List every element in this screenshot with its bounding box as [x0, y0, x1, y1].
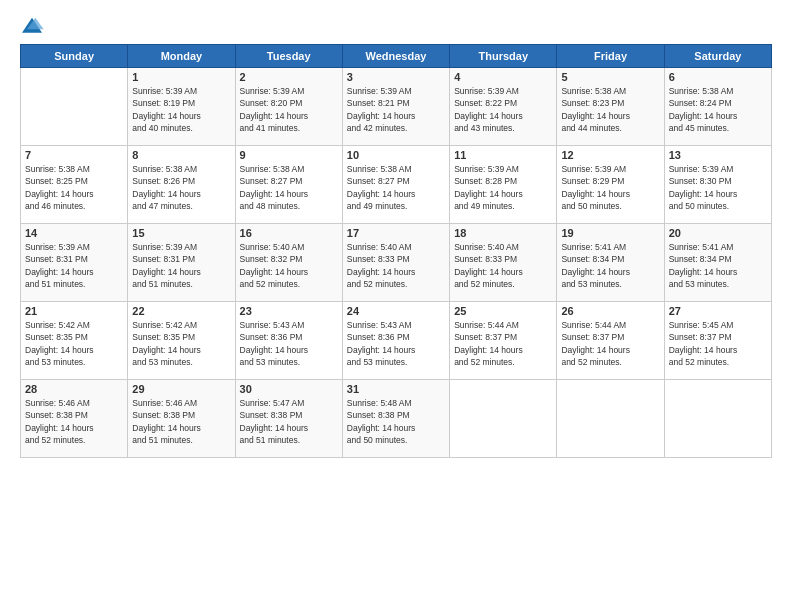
day-info: Sunrise: 5:38 AM Sunset: 8:25 PM Dayligh… — [25, 163, 123, 212]
calendar-cell: 25Sunrise: 5:44 AM Sunset: 8:37 PM Dayli… — [450, 302, 557, 380]
header-day: Saturday — [664, 45, 771, 68]
day-info: Sunrise: 5:39 AM Sunset: 8:22 PM Dayligh… — [454, 85, 552, 134]
calendar-cell — [557, 380, 664, 458]
calendar-cell: 9Sunrise: 5:38 AM Sunset: 8:27 PM Daylig… — [235, 146, 342, 224]
day-number: 8 — [132, 149, 230, 161]
logo — [20, 16, 48, 36]
header-day: Tuesday — [235, 45, 342, 68]
day-info: Sunrise: 5:41 AM Sunset: 8:34 PM Dayligh… — [561, 241, 659, 290]
day-info: Sunrise: 5:47 AM Sunset: 8:38 PM Dayligh… — [240, 397, 338, 446]
logo-icon — [20, 16, 44, 36]
calendar-cell: 20Sunrise: 5:41 AM Sunset: 8:34 PM Dayli… — [664, 224, 771, 302]
calendar-table: SundayMondayTuesdayWednesdayThursdayFrid… — [20, 44, 772, 458]
calendar-cell: 31Sunrise: 5:48 AM Sunset: 8:38 PM Dayli… — [342, 380, 449, 458]
day-number: 18 — [454, 227, 552, 239]
calendar-cell: 7Sunrise: 5:38 AM Sunset: 8:25 PM Daylig… — [21, 146, 128, 224]
calendar-cell: 2Sunrise: 5:39 AM Sunset: 8:20 PM Daylig… — [235, 68, 342, 146]
day-number: 22 — [132, 305, 230, 317]
day-number: 9 — [240, 149, 338, 161]
calendar-cell: 24Sunrise: 5:43 AM Sunset: 8:36 PM Dayli… — [342, 302, 449, 380]
day-info: Sunrise: 5:41 AM Sunset: 8:34 PM Dayligh… — [669, 241, 767, 290]
day-info: Sunrise: 5:44 AM Sunset: 8:37 PM Dayligh… — [454, 319, 552, 368]
day-number: 2 — [240, 71, 338, 83]
day-info: Sunrise: 5:39 AM Sunset: 8:19 PM Dayligh… — [132, 85, 230, 134]
calendar-cell: 21Sunrise: 5:42 AM Sunset: 8:35 PM Dayli… — [21, 302, 128, 380]
calendar-cell: 1Sunrise: 5:39 AM Sunset: 8:19 PM Daylig… — [128, 68, 235, 146]
day-number: 30 — [240, 383, 338, 395]
calendar-cell: 11Sunrise: 5:39 AM Sunset: 8:28 PM Dayli… — [450, 146, 557, 224]
day-number: 14 — [25, 227, 123, 239]
calendar-cell: 12Sunrise: 5:39 AM Sunset: 8:29 PM Dayli… — [557, 146, 664, 224]
calendar-cell: 22Sunrise: 5:42 AM Sunset: 8:35 PM Dayli… — [128, 302, 235, 380]
calendar-cell: 29Sunrise: 5:46 AM Sunset: 8:38 PM Dayli… — [128, 380, 235, 458]
day-info: Sunrise: 5:40 AM Sunset: 8:32 PM Dayligh… — [240, 241, 338, 290]
day-info: Sunrise: 5:39 AM Sunset: 8:31 PM Dayligh… — [132, 241, 230, 290]
day-info: Sunrise: 5:38 AM Sunset: 8:27 PM Dayligh… — [240, 163, 338, 212]
calendar-cell: 16Sunrise: 5:40 AM Sunset: 8:32 PM Dayli… — [235, 224, 342, 302]
calendar-week-row: 7Sunrise: 5:38 AM Sunset: 8:25 PM Daylig… — [21, 146, 772, 224]
day-number: 23 — [240, 305, 338, 317]
day-info: Sunrise: 5:46 AM Sunset: 8:38 PM Dayligh… — [25, 397, 123, 446]
calendar-cell: 28Sunrise: 5:46 AM Sunset: 8:38 PM Dayli… — [21, 380, 128, 458]
day-number: 16 — [240, 227, 338, 239]
day-info: Sunrise: 5:38 AM Sunset: 8:26 PM Dayligh… — [132, 163, 230, 212]
day-info: Sunrise: 5:43 AM Sunset: 8:36 PM Dayligh… — [347, 319, 445, 368]
calendar-cell: 30Sunrise: 5:47 AM Sunset: 8:38 PM Dayli… — [235, 380, 342, 458]
day-info: Sunrise: 5:38 AM Sunset: 8:23 PM Dayligh… — [561, 85, 659, 134]
day-number: 3 — [347, 71, 445, 83]
day-number: 24 — [347, 305, 445, 317]
day-number: 19 — [561, 227, 659, 239]
header-row: SundayMondayTuesdayWednesdayThursdayFrid… — [21, 45, 772, 68]
calendar-cell: 26Sunrise: 5:44 AM Sunset: 8:37 PM Dayli… — [557, 302, 664, 380]
calendar-week-row: 14Sunrise: 5:39 AM Sunset: 8:31 PM Dayli… — [21, 224, 772, 302]
day-info: Sunrise: 5:40 AM Sunset: 8:33 PM Dayligh… — [347, 241, 445, 290]
calendar-cell — [450, 380, 557, 458]
day-number: 12 — [561, 149, 659, 161]
day-info: Sunrise: 5:39 AM Sunset: 8:29 PM Dayligh… — [561, 163, 659, 212]
day-info: Sunrise: 5:39 AM Sunset: 8:28 PM Dayligh… — [454, 163, 552, 212]
calendar-cell: 27Sunrise: 5:45 AM Sunset: 8:37 PM Dayli… — [664, 302, 771, 380]
day-info: Sunrise: 5:46 AM Sunset: 8:38 PM Dayligh… — [132, 397, 230, 446]
header-day: Sunday — [21, 45, 128, 68]
day-number: 11 — [454, 149, 552, 161]
day-number: 4 — [454, 71, 552, 83]
day-number: 13 — [669, 149, 767, 161]
calendar-cell: 18Sunrise: 5:40 AM Sunset: 8:33 PM Dayli… — [450, 224, 557, 302]
day-info: Sunrise: 5:40 AM Sunset: 8:33 PM Dayligh… — [454, 241, 552, 290]
calendar-week-row: 21Sunrise: 5:42 AM Sunset: 8:35 PM Dayli… — [21, 302, 772, 380]
day-info: Sunrise: 5:38 AM Sunset: 8:24 PM Dayligh… — [669, 85, 767, 134]
day-number: 28 — [25, 383, 123, 395]
calendar-body: 1Sunrise: 5:39 AM Sunset: 8:19 PM Daylig… — [21, 68, 772, 458]
header-day: Thursday — [450, 45, 557, 68]
calendar-cell: 10Sunrise: 5:38 AM Sunset: 8:27 PM Dayli… — [342, 146, 449, 224]
day-number: 10 — [347, 149, 445, 161]
day-info: Sunrise: 5:38 AM Sunset: 8:27 PM Dayligh… — [347, 163, 445, 212]
calendar-cell: 3Sunrise: 5:39 AM Sunset: 8:21 PM Daylig… — [342, 68, 449, 146]
calendar-cell: 17Sunrise: 5:40 AM Sunset: 8:33 PM Dayli… — [342, 224, 449, 302]
header-day: Friday — [557, 45, 664, 68]
day-number: 26 — [561, 305, 659, 317]
calendar-page: SundayMondayTuesdayWednesdayThursdayFrid… — [0, 0, 792, 612]
calendar-cell: 4Sunrise: 5:39 AM Sunset: 8:22 PM Daylig… — [450, 68, 557, 146]
day-number: 20 — [669, 227, 767, 239]
calendar-cell: 5Sunrise: 5:38 AM Sunset: 8:23 PM Daylig… — [557, 68, 664, 146]
calendar-cell: 13Sunrise: 5:39 AM Sunset: 8:30 PM Dayli… — [664, 146, 771, 224]
calendar-cell: 19Sunrise: 5:41 AM Sunset: 8:34 PM Dayli… — [557, 224, 664, 302]
day-info: Sunrise: 5:44 AM Sunset: 8:37 PM Dayligh… — [561, 319, 659, 368]
day-number: 21 — [25, 305, 123, 317]
day-info: Sunrise: 5:45 AM Sunset: 8:37 PM Dayligh… — [669, 319, 767, 368]
calendar-cell — [664, 380, 771, 458]
day-number: 31 — [347, 383, 445, 395]
day-number: 1 — [132, 71, 230, 83]
day-info: Sunrise: 5:48 AM Sunset: 8:38 PM Dayligh… — [347, 397, 445, 446]
header — [20, 16, 772, 36]
day-number: 5 — [561, 71, 659, 83]
calendar-week-row: 28Sunrise: 5:46 AM Sunset: 8:38 PM Dayli… — [21, 380, 772, 458]
header-day: Monday — [128, 45, 235, 68]
calendar-cell: 14Sunrise: 5:39 AM Sunset: 8:31 PM Dayli… — [21, 224, 128, 302]
calendar-cell: 15Sunrise: 5:39 AM Sunset: 8:31 PM Dayli… — [128, 224, 235, 302]
day-number: 7 — [25, 149, 123, 161]
calendar-cell — [21, 68, 128, 146]
day-info: Sunrise: 5:39 AM Sunset: 8:21 PM Dayligh… — [347, 85, 445, 134]
calendar-cell: 8Sunrise: 5:38 AM Sunset: 8:26 PM Daylig… — [128, 146, 235, 224]
